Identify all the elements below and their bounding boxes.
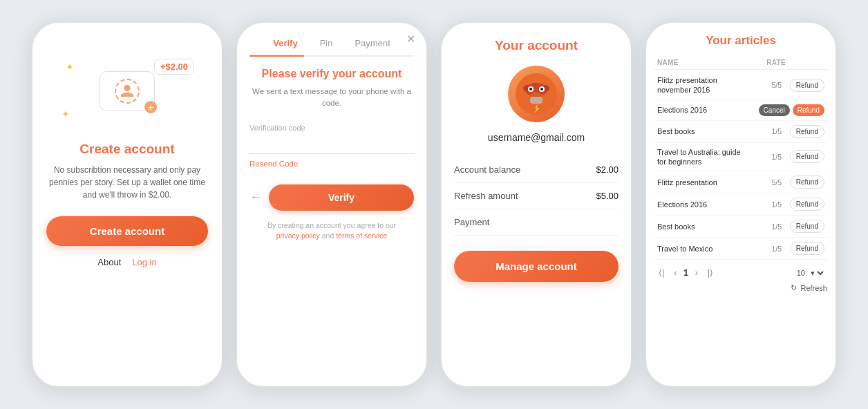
first-page-button[interactable]: ⟨|: [656, 267, 667, 279]
article-name: Best books: [657, 222, 751, 231]
verify-title: Please verify your account: [249, 68, 414, 80]
article-actions: Refund: [786, 175, 824, 189]
article-name: Travel to Australia: guide for beginners: [657, 147, 751, 167]
page-size-value: 10: [797, 269, 805, 277]
table-row: Travel to Australia: guide for beginners…: [654, 143, 827, 172]
screen4-content: Your articles NAME RATE Flittz presentat…: [646, 23, 836, 386]
refund-button[interactable]: Refund: [790, 175, 824, 189]
refresh-row: Refresh amount $5.00: [454, 183, 619, 209]
article-actions: Refund: [786, 242, 824, 255]
next-page-button[interactable]: ›: [692, 267, 701, 279]
verification-input[interactable]: [249, 135, 414, 154]
screen1-content: ✦ ✦ ✦ +$2.00 + Create account No subscri…: [32, 23, 222, 386]
plus-icon: +: [144, 101, 157, 113]
footer-links: About Log in: [46, 257, 208, 267]
table-row: Elections 2016 1/5 Cancel Refund: [654, 100, 827, 121]
refund-button[interactable]: Refund: [790, 125, 824, 138]
col-name-header: NAME: [657, 59, 758, 66]
privacy-link[interactable]: privacy policy: [276, 231, 320, 240]
tab-bar: Verify Pin Payment: [249, 34, 414, 53]
illustration: ✦ ✦ ✦ +$2.00 +: [46, 53, 208, 129]
badge-amount: +$2.00: [154, 59, 194, 75]
refund-button[interactable]: Refund: [793, 104, 824, 116]
page-size-select[interactable]: ▾: [808, 268, 826, 278]
refund-button[interactable]: Refund: [790, 198, 824, 211]
article-rate: 1/5: [755, 200, 782, 209]
article-rate: 1/5: [755, 245, 782, 253]
refund-button[interactable]: Refund: [790, 150, 824, 163]
tab-verify[interactable]: Verify: [262, 34, 308, 53]
refresh-value: $5.00: [596, 191, 619, 201]
terms-text: By creating an account you agree to our …: [249, 220, 414, 242]
article-rate: 1/5: [755, 222, 782, 231]
article-actions: Refund: [786, 150, 824, 163]
prev-page-button[interactable]: ‹: [671, 267, 679, 279]
article-rate: 5/5: [755, 178, 782, 187]
page-size-control: 10 ▾: [797, 268, 826, 278]
article-name: Travel to Mexico: [657, 244, 751, 254]
verification-label: Verification code: [249, 124, 414, 132]
balance-label: Account balance: [454, 164, 520, 175]
avatar-wrap: [454, 66, 619, 122]
tab-pin[interactable]: Pin: [309, 34, 344, 53]
verify-button[interactable]: Verify: [269, 184, 414, 211]
phone-screen-2: ✕ Verify Pin Payment Please verify your …: [236, 21, 428, 388]
refresh-row[interactable]: ↻ Refresh: [654, 283, 827, 292]
illus-card: +: [100, 71, 155, 111]
sparkle-1: ✦: [66, 61, 74, 73]
screen1-description: No subscribtion necessary and only pay p…: [46, 164, 208, 201]
articles-title: Your articles: [654, 34, 827, 48]
table-header: NAME RATE: [654, 56, 827, 70]
article-rate: 1/5: [755, 127, 782, 135]
article-name: Flittz presentation november 2016: [657, 75, 751, 95]
avatar-circle: [508, 66, 565, 122]
article-name: Flittz presentation: [657, 178, 751, 187]
and-text: and: [322, 231, 336, 240]
payment-label: Payment: [454, 217, 489, 227]
terms-link[interactable]: terms of service: [336, 231, 387, 240]
phone-screen-1: ✦ ✦ ✦ +$2.00 + Create account No subscri…: [31, 21, 223, 388]
cancel-button[interactable]: Cancel: [759, 104, 790, 116]
table-row: Best books 1/5 Refund: [654, 216, 827, 238]
payment-row: Payment: [454, 209, 619, 236]
verification-field-group: Verification code Resend Code: [249, 124, 414, 168]
svg-point-7: [540, 88, 543, 91]
login-link[interactable]: Log in: [132, 257, 156, 267]
screens-container: ✦ ✦ ✦ +$2.00 + Create account No subscri…: [31, 21, 837, 388]
article-actions: Refund: [786, 79, 824, 92]
screen3-content: Your account: [442, 23, 631, 386]
col-rate-header: RATE: [758, 59, 786, 66]
resend-link[interactable]: Resend Code: [249, 160, 414, 168]
table-row: Travel to Mexico 1/5 Refund: [654, 238, 827, 260]
article-rate: 5/5: [755, 81, 782, 89]
article-name: Elections 2016: [657, 200, 751, 209]
article-rate: 1/5: [755, 153, 782, 161]
article-actions: Refund: [786, 125, 824, 138]
table-row: Best books 1/5 Refund: [654, 121, 827, 143]
table-row: Flittz presentation november 2016 5/5 Re…: [654, 71, 827, 100]
about-link[interactable]: About: [97, 257, 121, 267]
avatar-icon: [115, 79, 140, 104]
page-number: 1: [683, 268, 688, 278]
svg-rect-9: [530, 97, 542, 104]
verify-subtitle: We sent a text message to your phone wit…: [249, 86, 414, 110]
refund-button[interactable]: Refund: [790, 79, 824, 92]
create-account-button[interactable]: Create account: [46, 216, 208, 246]
table-row: Elections 2016 1/5 Refund: [654, 193, 827, 216]
refund-button[interactable]: Refund: [790, 220, 824, 233]
balance-row: Account balance $2.00: [454, 157, 619, 183]
back-button[interactable]: ←: [249, 190, 262, 204]
account-title: Your account: [454, 38, 619, 53]
article-name: Elections 2016: [657, 105, 751, 115]
manage-account-button[interactable]: Manage account: [454, 251, 619, 282]
tab-payment[interactable]: Payment: [343, 34, 401, 53]
page-controls: ⟨| ‹ 1 › |⟩: [656, 267, 716, 279]
refund-button[interactable]: Refund: [790, 242, 824, 255]
phone-screen-3: Your account: [440, 21, 632, 388]
refresh-label: Refresh: [800, 284, 827, 292]
svg-point-6: [529, 88, 532, 91]
last-page-button[interactable]: |⟩: [705, 267, 716, 279]
refresh-icon: ↻: [791, 283, 797, 292]
article-name: Best books: [657, 126, 751, 136]
tab-underline: [249, 55, 414, 57]
